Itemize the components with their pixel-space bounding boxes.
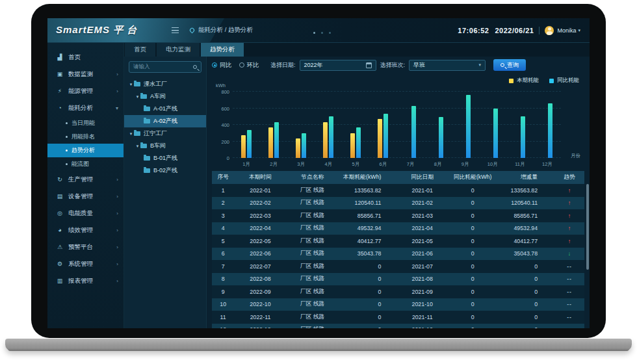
cell: 厂区 线路 <box>287 184 339 197</box>
sidebar-item-能耗分析[interactable]: ◔能耗分析▾ <box>47 99 124 116</box>
cell: 厂区 线路 <box>287 324 339 329</box>
cell: 2022-10 <box>234 298 286 311</box>
sidebar-subitem-用能排名[interactable]: 用能排名 <box>47 130 124 144</box>
bar-同比耗能-7月[interactable] <box>411 106 416 158</box>
bar-同比耗能-3月[interactable] <box>302 133 306 158</box>
chevron-right-icon: › <box>116 194 118 200</box>
tab-电力监测[interactable]: 电力监测 <box>157 43 200 57</box>
bar-本期耗能-6月[interactable] <box>378 119 382 158</box>
cell: 5 <box>212 235 234 248</box>
bar-group-9月 <box>452 92 479 158</box>
bar-同比耗能-6月[interactable] <box>384 114 388 158</box>
tree-node-A-02产线[interactable]: A-02产线 <box>124 115 206 127</box>
bar-本期耗能-4月[interactable] <box>323 122 328 158</box>
tree-caret-icon[interactable]: ▾ <box>128 131 134 136</box>
tree-caret-icon[interactable]: ▾ <box>135 94 140 99</box>
sidebar-item-报表管理[interactable]: ▥报表管理› <box>47 272 124 289</box>
sidebar-item-首页[interactable]: ▟首页 <box>47 49 124 66</box>
analysis-icon: ◔ <box>56 105 64 111</box>
chart-legend: 本期耗能同比耗能 <box>509 77 579 84</box>
cell-trend: -- <box>554 285 584 298</box>
sidebar-item-能源管理[interactable]: ⚡能源管理› <box>47 83 124 99</box>
bar-本期耗能-2月[interactable] <box>268 127 273 158</box>
sidebar-item-生产管理[interactable]: ↻生产管理› <box>47 171 124 188</box>
trend-flat-icon: -- <box>567 289 572 295</box>
bar-同比耗能-10月[interactable] <box>493 109 498 159</box>
bar-同比耗能-8月[interactable] <box>439 117 443 158</box>
tab-首页[interactable]: 首页 <box>125 43 155 57</box>
col-header-本期耗能(kWh): 本期耗能(kWh) <box>339 171 398 184</box>
bar-本期耗能-1月[interactable] <box>241 135 246 158</box>
chevron-right-icon: › <box>116 228 118 233</box>
cell: 2022-12 <box>234 324 286 329</box>
table-body: 12022-01厂区 线路133563.822021-010133563.82↑… <box>212 184 584 328</box>
tab-趋势分析[interactable]: 趋势分析 <box>201 43 244 57</box>
bar-同比耗能-5月[interactable] <box>356 127 361 158</box>
x-tick-label: 9月 <box>452 161 479 168</box>
cell: 85856.71 <box>339 209 398 222</box>
sidebar-item-label: 数据监测 <box>68 70 93 79</box>
tree-caret-icon[interactable]: ▾ <box>128 82 134 87</box>
tree-node-A-01产线[interactable]: A-01产线 <box>124 103 206 115</box>
sidebar-item-系统管理[interactable]: ⚙系统管理› <box>47 255 124 272</box>
bar-同比耗能-4月[interactable] <box>329 116 333 158</box>
sidebar-item-数据监测[interactable]: ▣数据监测› <box>47 66 124 83</box>
sidebar-item-电能质量[interactable]: ◎电能质量› <box>47 205 124 222</box>
cell: 0 <box>447 273 499 286</box>
query-button[interactable]: 查询 <box>493 59 526 71</box>
bar-同比耗能-11月[interactable] <box>521 116 525 158</box>
tree-node-A车间[interactable]: ▾A车间 <box>124 90 206 103</box>
chevron-down-icon[interactable]: ▾ <box>578 28 580 33</box>
breadcrumb: 能耗分析 / 趋势分析 <box>198 26 253 34</box>
table-row: 62022-06厂区 线路35043.782021-06035043.78↓ <box>212 248 584 261</box>
bar-本期耗能-5月[interactable] <box>350 133 355 158</box>
folder-icon <box>134 131 140 136</box>
radio-label-环比[interactable]: 环比 <box>247 61 259 70</box>
tree-node-B-01产线[interactable]: B-01产线 <box>124 152 206 164</box>
radio-label-同比[interactable]: 同比 <box>220 61 231 70</box>
tree-search-input[interactable]: 请输入 <box>129 61 202 73</box>
bullet-icon <box>66 122 68 124</box>
x-tick-label: 1月 <box>233 161 260 168</box>
bar-同比耗能-9月[interactable] <box>466 95 471 158</box>
trend-flat-icon: -- <box>567 276 572 282</box>
bar-同比耗能-12月[interactable] <box>548 103 552 158</box>
hamburger-icon[interactable] <box>172 27 179 33</box>
bar-同比耗能-2月[interactable] <box>274 122 279 158</box>
cell: 0 <box>499 273 554 286</box>
x-tick-label: 2月 <box>260 161 287 168</box>
cell: 2022-05 <box>234 235 286 248</box>
trend-flat-icon: -- <box>567 314 572 320</box>
scrollbar-thumb[interactable] <box>586 184 589 270</box>
tree-node-溧水工厂[interactable]: ▾溧水工厂 <box>124 78 206 90</box>
tree-node-B-02产线[interactable]: B-02产线 <box>124 164 206 177</box>
legend-item-本期耗能[interactable]: 本期耗能 <box>509 77 539 84</box>
tree-node-B车间[interactable]: ▾B车间 <box>124 140 206 152</box>
shift-value: 早班 <box>413 61 478 70</box>
avatar[interactable] <box>545 26 554 35</box>
sidebar-subitem-能流图[interactable]: 能流图 <box>47 157 124 171</box>
cell: 0 <box>499 311 554 324</box>
cell: 0 <box>447 260 499 273</box>
sidebar-item-label: 设备管理 <box>68 192 93 201</box>
bar-本期耗能-3月[interactable] <box>296 138 300 158</box>
bar-同比耗能-1月[interactable] <box>247 130 252 158</box>
tree-caret-icon[interactable]: ▾ <box>135 144 140 149</box>
cell: 0 <box>339 260 398 273</box>
sidebar-subitem-当日用能[interactable]: 当日用能 <box>47 116 124 130</box>
sidebar-item-预警平台[interactable]: ⚠预警平台› <box>47 239 124 255</box>
sidebar-item-绩效管理[interactable]: ◕绩效管理› <box>47 222 124 239</box>
sidebar-item-设备管理[interactable]: ▤设备管理› <box>47 188 124 205</box>
trend-up-icon: ↑ <box>568 225 571 231</box>
radio-同比[interactable] <box>212 62 217 68</box>
user-name[interactable]: Monika <box>557 27 576 34</box>
tree-node-江宁工厂[interactable]: ▾江宁工厂 <box>124 127 206 140</box>
bar-group-7月 <box>396 92 424 158</box>
date-picker[interactable]: 2022年 <box>300 60 376 71</box>
shift-select[interactable]: 早班 ▾ <box>409 60 486 71</box>
cell: 2021-04 <box>398 222 446 235</box>
legend-item-同比耗能[interactable]: 同比耗能 <box>549 77 579 84</box>
radio-环比[interactable] <box>239 62 244 68</box>
sidebar-subitem-趋势分析[interactable]: 趋势分析 <box>47 144 124 157</box>
date-value: 2022年 <box>304 61 366 70</box>
